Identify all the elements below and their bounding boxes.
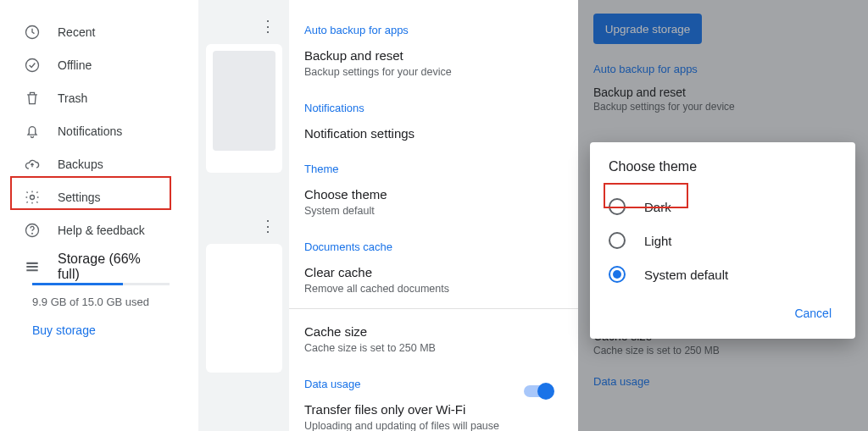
section-data-usage: Data usage	[304, 378, 553, 390]
nav-label: Notifications	[58, 124, 122, 138]
divider	[289, 308, 578, 309]
row-title: Choose theme	[304, 187, 553, 202]
row-wifi-only[interactable]: Transfer files only over Wi-Fi Uploading…	[304, 402, 553, 432]
option-label: Light	[644, 234, 672, 248]
row-clear-cache[interactable]: Clear cache Remove all cached documents	[304, 265, 553, 296]
more-icon[interactable]: ⋮	[260, 17, 275, 36]
more-icon[interactable]: ⋮	[260, 217, 275, 235]
row-backup-reset[interactable]: Backup and reset Backup settings for you…	[304, 48, 553, 80]
settings-panel: Auto backup for apps Backup and reset Ba…	[289, 0, 578, 431]
section-notifications: Notifications	[304, 102, 553, 114]
bell-icon	[24, 123, 41, 140]
nav-help[interactable]: Help & feedback	[0, 213, 170, 246]
section-auto-backup: Auto backup for apps	[304, 24, 553, 36]
row-subtitle: Uploading and updating of files will pau…	[304, 419, 502, 432]
storage-progress-fill	[32, 283, 123, 285]
dialog-title: Choose theme	[609, 159, 837, 174]
radio-icon	[609, 232, 626, 249]
nav-notifications[interactable]: Notifications	[0, 114, 170, 147]
choose-theme-dialog: Choose theme Dark Light System default C…	[590, 142, 855, 339]
row-title: Transfer files only over Wi-Fi	[304, 402, 502, 417]
help-icon	[24, 222, 41, 239]
storage-progress	[32, 283, 170, 285]
row-choose-theme[interactable]: Choose theme System default	[304, 187, 553, 218]
clock-icon	[24, 24, 41, 41]
nav-label: Help & feedback	[58, 224, 145, 237]
wifi-toggle[interactable]	[524, 385, 553, 397]
buy-storage-link[interactable]: Buy storage	[32, 323, 170, 337]
nav-trash[interactable]: Trash	[0, 81, 170, 114]
toggle-knob	[537, 383, 554, 400]
content-preview-bg: ⋮ ⋮	[198, 0, 289, 431]
sidebar: Recent Offline Trash Notifications Backu…	[0, 0, 170, 337]
cancel-button[interactable]: Cancel	[789, 300, 837, 327]
trash-icon	[24, 90, 41, 107]
row-subtitle: Cache size is set to 250 MB	[304, 341, 553, 356]
option-label: System default	[644, 268, 728, 282]
row-title: Clear cache	[304, 265, 553, 279]
preview-card	[206, 244, 282, 373]
storage-section: Storage (66% full)	[0, 250, 170, 283]
highlight-box	[604, 183, 688, 208]
row-title: Notification settings	[304, 126, 553, 141]
nav-storage[interactable]: Storage (66% full)	[24, 250, 146, 283]
storage-label: Storage (66% full)	[58, 251, 146, 282]
theme-option-system[interactable]: System default	[609, 257, 837, 291]
row-notification-settings[interactable]: Notification settings	[304, 126, 553, 141]
sidebar-panel: Recent Offline Trash Notifications Backu…	[0, 0, 289, 431]
preview-thumb	[213, 51, 275, 151]
svg-point-1	[26, 58, 39, 71]
storage-icon	[24, 258, 41, 275]
nav-label: Backups	[58, 157, 103, 171]
preview-card	[206, 44, 282, 173]
nav-label: Trash	[58, 91, 87, 105]
row-subtitle: System default	[304, 204, 553, 218]
nav-label: Offline	[58, 58, 92, 72]
row-subtitle: Remove all cached documents	[304, 282, 553, 296]
nav-offline[interactable]: Offline	[0, 48, 170, 81]
nav-recent[interactable]: Recent	[0, 15, 170, 48]
section-doc-cache: Documents cache	[304, 240, 553, 253]
section-theme: Theme	[304, 163, 553, 175]
highlight-box	[10, 176, 171, 210]
row-subtitle: Backup settings for your device	[304, 65, 553, 80]
row-cache-size[interactable]: Cache size Cache size is set to 250 MB	[304, 324, 553, 356]
radio-icon-selected	[609, 266, 626, 283]
nav-label: Recent	[58, 25, 95, 39]
cloud-icon	[24, 156, 41, 173]
offline-icon	[24, 57, 41, 74]
svg-point-4	[32, 233, 33, 234]
dialog-panel: Upgrade storage Auto backup for apps Bac…	[578, 0, 868, 431]
storage-usage-text: 9.9 GB of 15.0 GB used	[32, 296, 170, 308]
row-title: Backup and reset	[304, 48, 553, 63]
theme-option-light[interactable]: Light	[609, 224, 837, 257]
row-title: Cache size	[304, 324, 553, 339]
